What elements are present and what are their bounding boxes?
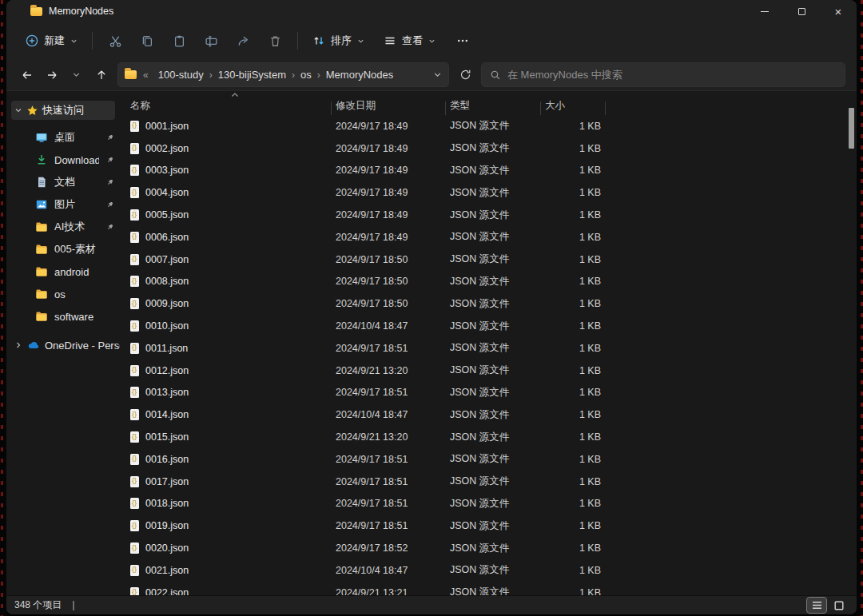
breadcrumb-collapsed-indicator[interactable]: « bbox=[141, 70, 150, 81]
more-options-button[interactable] bbox=[447, 27, 479, 54]
file-row[interactable]: 0020.json2024/9/17 18:52JSON 源文件1 KB bbox=[120, 537, 857, 559]
search-icon bbox=[490, 70, 501, 81]
forward-button[interactable] bbox=[39, 62, 64, 87]
file-row[interactable]: 0019.json2024/9/17 18:51JSON 源文件1 KB bbox=[120, 515, 857, 537]
folder-icon bbox=[35, 265, 48, 278]
chevron-right-icon[interactable] bbox=[14, 341, 22, 349]
file-row[interactable]: 0004.json2024/9/17 18:49JSON 源文件1 KB bbox=[120, 181, 857, 204]
cut-button[interactable] bbox=[99, 27, 131, 54]
file-date-modified: 2024/9/17 18:49 bbox=[332, 232, 446, 243]
sidebar-item-onedrive[interactable]: OneDrive - Persor bbox=[6, 334, 120, 356]
file-row[interactable]: 0007.json2024/9/17 18:50JSON 源文件1 KB bbox=[120, 248, 857, 271]
back-button[interactable] bbox=[14, 62, 39, 87]
file-date-modified: 2024/9/17 18:51 bbox=[332, 476, 446, 487]
sidebar-item-pictures[interactable]: 图片 bbox=[6, 193, 120, 216]
copy-button[interactable] bbox=[131, 27, 163, 54]
paste-button[interactable] bbox=[163, 27, 195, 54]
address-bar[interactable]: « 100-study›130-bijiSystem›os›MemoryNode… bbox=[117, 62, 449, 87]
sidebar-item-documents[interactable]: 文档 bbox=[6, 171, 120, 193]
file-size: 1 KB bbox=[541, 298, 606, 309]
sidebar-item-software[interactable]: software bbox=[6, 305, 120, 328]
file-row[interactable]: 0014.json2024/10/4 18:47JSON 源文件1 KB bbox=[120, 403, 857, 426]
column-header-date-modified[interactable]: 修改日期 bbox=[332, 96, 446, 115]
sort-button[interactable]: 排序 bbox=[304, 27, 372, 54]
sidebar-item-label: Downloads bbox=[54, 154, 99, 166]
file-row[interactable]: 0010.json2024/10/4 18:47JSON 源文件1 KB bbox=[120, 315, 857, 337]
quick-access-label: 快速访问 bbox=[42, 103, 84, 117]
column-resize-handle[interactable] bbox=[605, 101, 606, 115]
file-type: JSON 源文件 bbox=[446, 386, 541, 399]
sidebar-item-quick-access[interactable]: 快速访问 bbox=[11, 101, 115, 120]
delete-button[interactable] bbox=[259, 27, 291, 54]
column-header-size[interactable]: 大小 bbox=[541, 96, 606, 115]
file-name: 0017.json bbox=[145, 476, 189, 487]
file-row[interactable]: 0012.json2024/9/21 13:20JSON 源文件1 KB bbox=[120, 360, 857, 382]
folder-icon bbox=[35, 288, 48, 300]
file-size: 1 KB bbox=[541, 587, 606, 595]
sidebar-item-downloads[interactable]: Downloads bbox=[6, 149, 120, 171]
file-row[interactable]: 0009.json2024/9/17 18:50JSON 源文件1 KB bbox=[120, 292, 857, 315]
file-row[interactable]: 0006.json2024/9/17 18:49JSON 源文件1 KB bbox=[120, 226, 857, 248]
chevron-down-icon[interactable] bbox=[14, 106, 22, 114]
file-row[interactable]: 0011.json2024/9/17 18:51JSON 源文件1 KB bbox=[120, 337, 857, 360]
large-icons-view-button[interactable] bbox=[829, 598, 849, 613]
file-row[interactable]: 0001.json2024/9/17 18:49JSON 源文件1 KB bbox=[120, 115, 857, 137]
file-row[interactable]: 0005.json2024/9/17 18:49JSON 源文件1 KB bbox=[120, 204, 857, 226]
file-row[interactable]: 0018.json2024/9/17 18:51JSON 源文件1 KB bbox=[120, 493, 857, 515]
minimize-button[interactable] bbox=[746, 0, 783, 22]
file-name: 0015.json bbox=[145, 431, 189, 443]
json-file-icon bbox=[130, 454, 139, 465]
search-input[interactable] bbox=[507, 69, 837, 81]
file-size: 1 KB bbox=[541, 121, 606, 132]
file-date-modified: 2024/9/17 18:51 bbox=[332, 454, 446, 465]
sidebar-item-android[interactable]: android bbox=[6, 260, 120, 283]
sidebar-item-desktop[interactable]: 桌面 bbox=[6, 126, 120, 149]
json-file-icon bbox=[130, 320, 139, 332]
sidebar-item-005-sucai[interactable]: 005-素材 bbox=[6, 238, 120, 260]
copy-icon bbox=[141, 34, 154, 48]
view-button[interactable]: 查看 bbox=[376, 27, 443, 54]
file-name-cell: 0017.json bbox=[120, 476, 332, 487]
json-file-icon bbox=[130, 276, 139, 287]
details-view-button[interactable] bbox=[807, 598, 826, 613]
folder-icon bbox=[30, 7, 42, 16]
up-button[interactable] bbox=[89, 62, 113, 87]
column-header-name[interactable]: 名称 bbox=[120, 96, 332, 115]
vertical-scrollbar-thumb[interactable] bbox=[849, 108, 854, 149]
share-button[interactable] bbox=[227, 27, 259, 54]
file-row[interactable]: 0017.json2024/9/17 18:51JSON 源文件1 KB bbox=[120, 471, 857, 493]
breadcrumb-segment[interactable]: os bbox=[297, 67, 315, 82]
json-file-icon bbox=[130, 343, 139, 354]
recent-locations-button[interactable] bbox=[64, 62, 89, 87]
refresh-button[interactable] bbox=[452, 62, 478, 87]
sidebar-item-ai-tech[interactable]: AI技术 bbox=[6, 216, 120, 238]
close-icon: × bbox=[835, 6, 842, 18]
json-file-icon bbox=[130, 498, 139, 509]
ellipsis-icon bbox=[456, 34, 469, 47]
breadcrumb-segment[interactable]: 130-bijiSystem bbox=[215, 67, 289, 82]
file-row[interactable]: 0013.json2024/9/17 18:51JSON 源文件1 KB bbox=[120, 382, 857, 404]
sidebar-item-os[interactable]: os bbox=[6, 283, 120, 305]
file-row[interactable]: 0016.json2024/9/17 18:51JSON 源文件1 KB bbox=[120, 448, 857, 471]
pin-icon bbox=[105, 222, 115, 232]
breadcrumb-segment[interactable]: MemoryNodes bbox=[323, 67, 397, 82]
file-row[interactable]: 0002.json2024/9/17 18:49JSON 源文件1 KB bbox=[120, 137, 857, 160]
file-name-cell: 0008.json bbox=[120, 276, 332, 287]
json-file-icon bbox=[130, 587, 139, 595]
json-file-icon bbox=[130, 476, 139, 487]
file-row[interactable]: 0015.json2024/9/21 13:20JSON 源文件1 KB bbox=[120, 426, 857, 448]
new-button[interactable]: 新建 bbox=[18, 27, 86, 54]
file-name-cell: 0004.json bbox=[120, 187, 332, 198]
close-button[interactable]: × bbox=[820, 0, 857, 22]
file-row[interactable]: 0021.json2024/10/4 18:47JSON 源文件1 KB bbox=[120, 559, 857, 582]
column-header-type[interactable]: 类型 bbox=[446, 96, 541, 115]
rename-button[interactable] bbox=[195, 27, 227, 54]
breadcrumb-segment[interactable]: 100-study bbox=[155, 67, 207, 82]
maximize-button[interactable] bbox=[783, 0, 820, 22]
address-chevron-down-icon[interactable] bbox=[433, 70, 442, 79]
file-row[interactable]: 0022.json2024/9/21 13:21JSON 源文件1 KB bbox=[120, 582, 857, 595]
file-row[interactable]: 0008.json2024/9/17 18:50JSON 源文件1 KB bbox=[120, 271, 857, 293]
file-row[interactable]: 0003.json2024/9/17 18:49JSON 源文件1 KB bbox=[120, 160, 857, 182]
breadcrumb-separator-icon: › bbox=[291, 70, 296, 81]
file-size: 1 KB bbox=[541, 365, 606, 376]
